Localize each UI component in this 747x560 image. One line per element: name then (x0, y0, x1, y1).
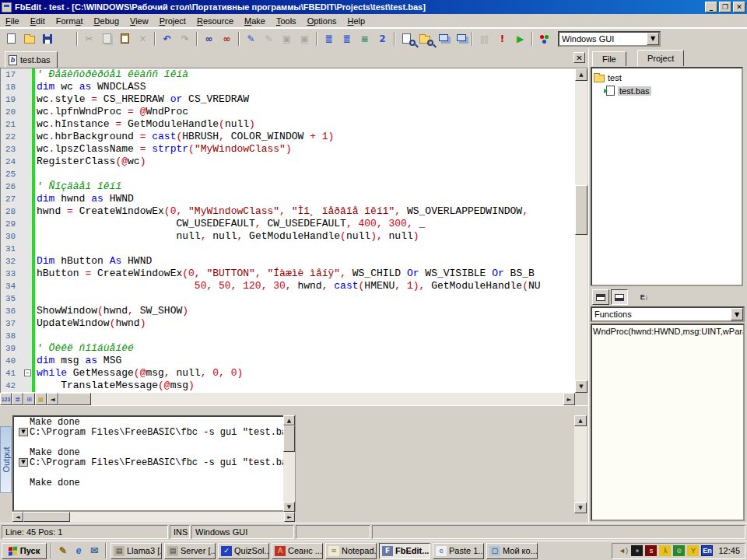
code-line-42[interactable]: 42 TranslateMessage(@msg) (1, 380, 575, 392)
output-log[interactable]: Make done▼C:\Program Files\FreeBASIC\fbc… (12, 415, 296, 512)
output-hscroll-thumb[interactable] (23, 512, 70, 522)
output-horizontal-scrollbar[interactable]: ◄ ► (12, 512, 295, 522)
tray-icon-4[interactable]: ☺ (673, 545, 685, 556)
scroll-right-icon[interactable]: ► (284, 512, 295, 522)
panel-bottom-layout-button[interactable] (611, 289, 628, 305)
taskbar-button-notepad-[interactable]: ≡Notepad... (325, 543, 377, 559)
scroll-down-icon[interactable]: ▼ (283, 502, 295, 512)
code-line-36[interactable]: 36ShowWindow(hwnd, SW_SHOW) (1, 305, 575, 317)
compile-button-icon[interactable]: ! (493, 30, 511, 47)
undo-button-icon[interactable]: ↶ (158, 30, 176, 47)
fold-margin-toggle[interactable]: ≣ (12, 393, 23, 405)
volume-icon[interactable]: ◄) (617, 545, 629, 556)
language-indicator[interactable]: En (701, 545, 713, 556)
mail-icon[interactable]: ✉ (87, 544, 101, 558)
tray-icon-1[interactable]: ● (631, 545, 643, 556)
show-desktop-icon[interactable]: ✎ (56, 544, 70, 558)
tray-icon-5[interactable]: Y (687, 545, 699, 556)
paste-button-icon[interactable] (116, 30, 134, 47)
tab-project[interactable]: Project (637, 50, 684, 66)
uncomment-button-icon[interactable]: 2 (374, 30, 391, 47)
tab-file[interactable]: File (592, 51, 626, 66)
window-list-button-icon[interactable] (433, 30, 451, 47)
scroll-down-icon[interactable]: ▼ (574, 502, 587, 513)
code-line-31[interactable]: 31 (1, 243, 575, 255)
tray-icon-2[interactable]: s (645, 545, 657, 556)
tray-icon-3[interactable]: λ (659, 545, 671, 556)
line-numbers-toggle[interactable]: 123 (0, 393, 12, 405)
code-line-18[interactable]: 18dim wc as WNDCLASS (1, 81, 575, 93)
find-in-files-button-icon[interactable] (416, 30, 433, 47)
start-button[interactable]: Пуск (2, 543, 47, 559)
code-line-29[interactable]: 29 CW_USEDEFAULT, CW_USEDEFAULT, 400, 30… (1, 218, 575, 230)
menu-format[interactable]: Format (51, 15, 89, 27)
internet-explorer-icon[interactable]: e (72, 544, 86, 558)
chevron-down-icon[interactable]: ▼ (647, 33, 659, 45)
code-line-38[interactable]: 38 (1, 330, 575, 342)
taskbar-button-сеанс-[interactable]: AСеанс ... (272, 543, 323, 559)
build-target-combobox[interactable]: Windows GUI▼ (558, 31, 661, 47)
editor-hscroll-track[interactable] (91, 393, 563, 405)
menu-file[interactable]: File (0, 15, 25, 27)
scroll-right-icon[interactable]: ► (563, 393, 575, 405)
code-line-33[interactable]: 33hButton = CreateWindowEx(0, "BUTTON", … (1, 268, 575, 280)
tab-test-bas[interactable]: b test.bas (5, 51, 58, 68)
menu-project[interactable]: Project (154, 15, 191, 27)
scroll-down-icon[interactable]: ▼ (575, 380, 587, 393)
output-hscroll-track[interactable] (70, 512, 284, 522)
taskbar-button-quizsol-[interactable]: ✓QuizSol... (218, 543, 269, 559)
scroll-left-icon[interactable]: ◄ (12, 512, 23, 522)
comment-button-icon[interactable]: ≡ (356, 30, 374, 47)
taskbar-button-llama3-[interactable]: ▤Llama3 [... (110, 543, 162, 559)
editor-vscroll-thumb[interactable] (575, 185, 587, 235)
outdent-button-icon[interactable]: ≣ (338, 30, 356, 47)
close-button[interactable]: ✕ (733, 2, 745, 12)
scroll-left-icon[interactable]: ◄ (47, 393, 58, 405)
close-document-icon[interactable]: ✕ (573, 52, 585, 63)
code-line-22[interactable]: 22wc.hbrBackground = cast(HBRUSH, COLOR_… (1, 131, 575, 143)
code-line-30[interactable]: 30 null, null, GetModuleHandle(null), nu… (1, 230, 575, 243)
output-splitter[interactable] (0, 405, 588, 412)
taskbar-button-мой-ко-[interactable]: ▢Мой ко... (486, 543, 538, 559)
menu-debug[interactable]: Debug (89, 15, 124, 27)
code-line-24[interactable]: 24RegisterClass(@wc) (1, 156, 575, 168)
code-line-28[interactable]: 28hwnd = CreateWindowEx(0, "MyWindowClas… (1, 205, 575, 218)
output-vertical-scrollbar[interactable]: ▲ ▼ (283, 415, 295, 512)
scroll-up-icon[interactable]: ▲ (574, 415, 587, 426)
sort-button[interactable]: E↓ (636, 289, 653, 305)
find-button-icon[interactable]: ∞ (200, 30, 218, 47)
function-list-item[interactable]: WndProc(hwnd:HWND,msg:UINT,wParam (593, 327, 742, 338)
restore-button[interactable]: ❐ (719, 2, 731, 12)
debug-colors-button-icon[interactable] (535, 30, 553, 47)
scroll-up-icon[interactable]: ▲ (283, 415, 295, 425)
output-vscroll-thumb[interactable] (283, 425, 295, 452)
code-line-32[interactable]: 32Dim hButton As HWND (1, 255, 575, 268)
code-line-41[interactable]: 41−while GetMessage(@msg, null, 0, 0) (1, 367, 575, 380)
chevron-down-icon[interactable]: ▼ (731, 308, 743, 320)
code-line-19[interactable]: 19wc.style = CS_HREDRAW or CS_VREDRAW (1, 93, 575, 106)
code-line-35[interactable]: 35 (1, 292, 575, 305)
highlight-button-icon[interactable]: ✎ (242, 30, 260, 47)
taskbar-button-server-[interactable]: ▤Server [... (164, 543, 216, 559)
output-tab[interactable]: Output (0, 426, 12, 493)
indent-button-icon[interactable]: ≣ (320, 30, 338, 47)
open-button-icon[interactable] (20, 30, 38, 47)
code-line-27[interactable]: 27dim hwnd as HWND (1, 193, 575, 205)
replace-button-icon[interactable]: ∞ (218, 30, 236, 47)
menu-options[interactable]: Options (302, 15, 342, 27)
code-line-34[interactable]: 34 50, 50, 120, 30, hwnd, cast(HMENU, 1)… (1, 280, 575, 292)
code-line-17[interactable]: 17' Ðåãèñòðèðóåì êëàññ îêíà (1, 68, 575, 81)
code-line-20[interactable]: 20wc.lpfnWndProc = @WndProc (1, 106, 575, 118)
menu-view[interactable]: View (124, 15, 154, 27)
save-all-button-icon[interactable] (56, 30, 74, 47)
code-line-26[interactable]: 26' Ñîçäàåì îêíî (1, 180, 575, 193)
code-editor[interactable]: 17' Ðåãèñòðèðóåì êëàññ îêíà18dim wc as W… (0, 68, 575, 393)
taskbar-button-fbedit-[interactable]: FFbEdit... (379, 543, 430, 559)
minimize-button[interactable]: _ (705, 2, 717, 12)
properties-button-icon[interactable] (451, 30, 469, 47)
functions-list[interactable]: WndProc(hwnd:HWND,msg:UINT,wParam (591, 324, 745, 521)
save-button-icon[interactable] (38, 30, 56, 47)
expand-command-icon[interactable]: ▼ (19, 458, 28, 467)
bookmark-margin-toggle[interactable]: ▦ (35, 393, 47, 405)
editor-hscroll-thumb[interactable] (58, 393, 91, 405)
